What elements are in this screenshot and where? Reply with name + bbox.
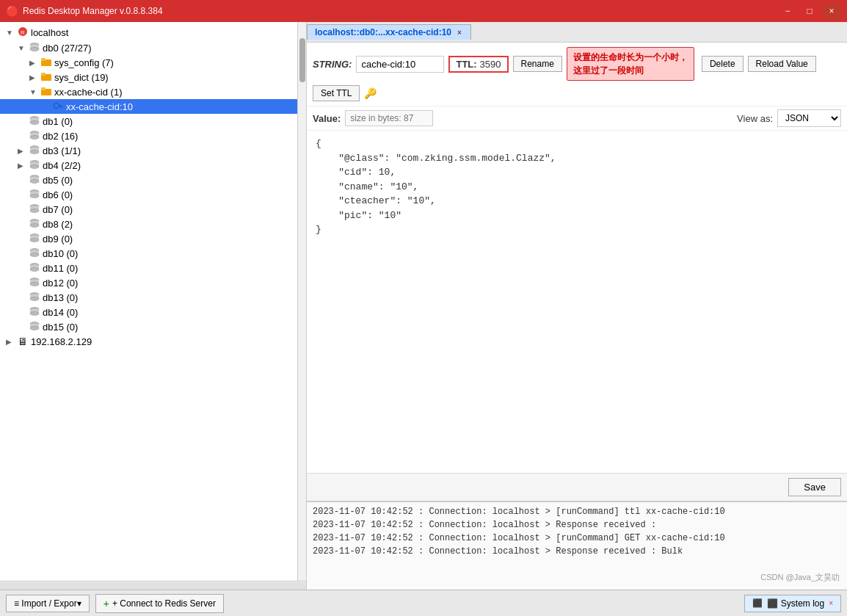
tree-label-8: db3 (1/1) xyxy=(43,145,81,156)
svg-rect-13 xyxy=(60,106,62,108)
sidebar-tree-item-16[interactable]: db11 (0) xyxy=(0,261,297,275)
svg-point-59 xyxy=(30,327,39,330)
title-bar: 🔴 Redis Desktop Manager v.0.8.8.384 − □ … xyxy=(0,0,847,22)
tree-label-21: 192.168.2.129 xyxy=(31,336,92,347)
value-size-input[interactable] xyxy=(345,110,433,126)
main-container: ▼Rlocalhost▼db0 (27/27)▶sys_config (7)▶s… xyxy=(0,22,847,590)
set-ttl-icon: 🔑 xyxy=(364,87,377,99)
window-controls: − □ × xyxy=(778,4,841,18)
sidebar-tree-item-10[interactable]: db5 (0) xyxy=(0,173,297,187)
tree-icon-1 xyxy=(29,42,40,54)
tree-icon-11 xyxy=(29,189,40,200)
sidebar-tree-item-3[interactable]: ▶sys_dict (19) xyxy=(0,70,297,84)
sidebar-tree-item-0[interactable]: ▼Rlocalhost xyxy=(0,25,297,40)
svg-point-17 xyxy=(30,121,39,125)
tree-label-9: db4 (2/2) xyxy=(43,160,81,171)
tree-icon-17 xyxy=(29,277,40,289)
view-as-select[interactable]: JSON Plain Text Hex xyxy=(777,109,841,127)
system-log-tab[interactable]: ⬛ ⬛ System log × xyxy=(744,595,841,612)
system-log-label: ⬛ System log xyxy=(767,598,824,609)
sidebar-vscroll[interactable] xyxy=(297,22,306,581)
tree-icon-5 xyxy=(53,101,63,112)
import-export-button[interactable]: ≡ Import / Expor▾ xyxy=(6,595,90,612)
reload-value-button[interactable]: Reload Value xyxy=(748,56,816,72)
system-log-close[interactable]: × xyxy=(829,599,833,607)
tree-label-20: db15 (0) xyxy=(43,322,78,333)
tree-icon-13 xyxy=(29,218,40,230)
sidebar-tree-item-2[interactable]: ▶sys_config (7) xyxy=(0,55,297,70)
app-title: Redis Desktop Manager v.0.8.8.384 xyxy=(23,6,163,16)
sidebar-tree-item-17[interactable]: db12 (0) xyxy=(0,275,297,290)
log-entry-2: 2023-11-07 10:42:52 : Connection: localh… xyxy=(313,532,841,545)
log-entry-1: 2023-11-07 10:42:52 : Connection: localh… xyxy=(313,518,841,532)
delete-button[interactable]: Delete xyxy=(702,56,744,72)
json-content-editor[interactable] xyxy=(307,131,847,473)
tree-label-16: db11 (0) xyxy=(43,263,78,274)
svg-point-20 xyxy=(30,136,39,139)
svg-rect-14 xyxy=(62,106,63,108)
sidebar-tree-item-8[interactable]: ▶db3 (1/1) xyxy=(0,143,297,158)
rename-button[interactable]: Rename xyxy=(513,56,562,72)
tab-close-button[interactable]: × xyxy=(456,29,463,37)
tab-bar: localhost::db0:...xx-cache-cid:10 × xyxy=(307,22,847,43)
minimize-button[interactable]: − xyxy=(778,4,797,18)
close-button[interactable]: × xyxy=(822,4,841,18)
tree-icon-19 xyxy=(29,306,40,318)
sidebar-tree-item-1[interactable]: ▼db0 (27/27) xyxy=(0,40,297,55)
app-icon: 🔴 xyxy=(6,5,18,17)
sidebar-tree-item-20[interactable]: db15 (0) xyxy=(0,319,297,334)
sidebar-hscroll-thumb[interactable] xyxy=(0,582,306,590)
tree-label-12: db7 (0) xyxy=(43,204,73,215)
svg-point-44 xyxy=(30,253,39,257)
tree-arrow-9: ▶ xyxy=(18,162,26,170)
sidebar-tree-item-5[interactable]: xx-cache-cid:10 xyxy=(0,99,297,114)
connect-redis-button[interactable]: + + Connect to Redis Server xyxy=(95,594,224,613)
tree-icon-9 xyxy=(29,159,40,171)
annotation-line2: 这里过了一段时间 xyxy=(573,64,688,77)
sidebar-tree-item-21[interactable]: ▶🖥192.168.2.129 xyxy=(0,334,297,349)
svg-point-38 xyxy=(30,224,39,228)
tree-label-19: db14 (0) xyxy=(43,307,78,318)
title-bar-left: 🔴 Redis Desktop Manager v.0.8.8.384 xyxy=(6,5,163,17)
connect-redis-label: + Connect to Redis Server xyxy=(112,598,216,609)
value-row: Value: View as: JSON Plain Text Hex xyxy=(307,106,847,131)
save-button[interactable]: Save xyxy=(788,478,841,496)
key-type-label: STRING: xyxy=(313,59,352,70)
sidebar-tree[interactable]: ▼Rlocalhost▼db0 (27/27)▶sys_config (7)▶s… xyxy=(0,22,297,581)
key-tab[interactable]: localhost::db0:...xx-cache-cid:10 × xyxy=(307,24,471,40)
tree-icon-16 xyxy=(29,262,40,274)
save-row: Save xyxy=(307,473,847,501)
tree-icon-20 xyxy=(29,321,40,333)
sidebar-tree-item-18[interactable]: db13 (0) xyxy=(0,290,297,305)
vscroll-thumb[interactable] xyxy=(299,38,305,82)
sidebar-tree-item-7[interactable]: db2 (16) xyxy=(0,128,297,143)
tree-icon-0: R xyxy=(18,26,28,39)
maximize-button[interactable]: □ xyxy=(800,4,819,18)
sidebar-tree-item-13[interactable]: db8 (2) xyxy=(0,217,297,231)
tree-arrow-2: ▶ xyxy=(29,59,38,67)
svg-point-26 xyxy=(30,165,39,169)
tree-arrow-4: ▼ xyxy=(29,88,38,96)
svg-point-50 xyxy=(30,283,39,286)
tree-icon-14 xyxy=(29,233,40,244)
tree-icon-12 xyxy=(29,203,40,215)
sidebar-row: ▼Rlocalhost▼db0 (27/27)▶sys_config (7)▶s… xyxy=(0,22,306,581)
sidebar-tree-item-14[interactable]: db9 (0) xyxy=(0,231,297,246)
svg-point-29 xyxy=(30,180,39,184)
value-label: Value: xyxy=(313,113,341,124)
sidebar-hscrollbar[interactable] xyxy=(0,581,306,590)
sidebar-tree-item-6[interactable]: db1 (0) xyxy=(0,114,297,128)
system-log-icon: ⬛ xyxy=(752,598,763,608)
set-ttl-button[interactable]: Set TTL xyxy=(313,85,360,101)
sidebar-tree-item-12[interactable]: db7 (0) xyxy=(0,202,297,217)
sidebar-tree-item-11[interactable]: db6 (0) xyxy=(0,187,297,202)
tree-label-4: xx-cache-cid (1) xyxy=(54,87,122,98)
svg-point-32 xyxy=(30,195,39,198)
tree-icon-8 xyxy=(29,145,40,156)
sidebar-tree-item-19[interactable]: db14 (0) xyxy=(0,305,297,319)
sidebar-tree-item-9[interactable]: ▶db4 (2/2) xyxy=(0,158,297,173)
key-name-input[interactable] xyxy=(356,56,444,73)
sidebar-tree-item-4[interactable]: ▼xx-cache-cid (1) xyxy=(0,84,297,99)
sidebar-tree-item-15[interactable]: db10 (0) xyxy=(0,246,297,261)
log-entry-0: 2023-11-07 10:42:52 : Connection: localh… xyxy=(313,505,841,518)
